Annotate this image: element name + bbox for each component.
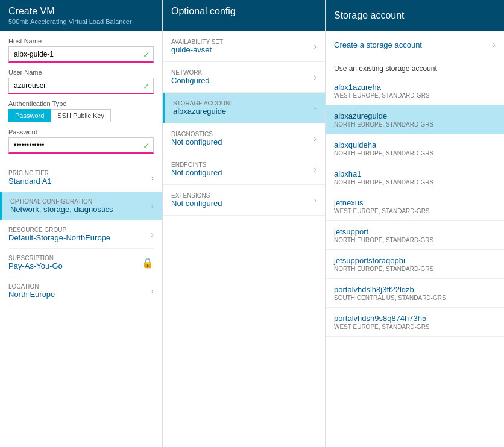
subscription-lock-icon: 🔒 bbox=[142, 257, 154, 269]
password-label: Password bbox=[8, 128, 154, 136]
storage-list-item-albxha1[interactable]: albxha1 NORTH EUROPE, STANDARD-GRS bbox=[326, 163, 504, 192]
optional-config-header: Optional config bbox=[163, 0, 325, 31]
create-storage-account-label: Create a storage account bbox=[334, 40, 422, 49]
location-sublabel: LOCATION bbox=[8, 283, 55, 290]
storage-name-portalvhdsn9s8q874h73h5: portalvhdsn9s8q874h73h5 bbox=[334, 314, 496, 323]
auth-type-group: Authentication Type Password SSH Public … bbox=[8, 100, 154, 122]
config-item-network[interactable]: NETWORK Configured › bbox=[163, 62, 325, 93]
optional-config-chevron-icon: › bbox=[151, 201, 154, 211]
create-vm-header: Create VM 500mb Accelerating Virtual Loa… bbox=[0, 0, 162, 31]
storage-account-label: albxazureguide bbox=[173, 107, 233, 116]
host-name-check-icon: ✓ bbox=[143, 50, 150, 60]
auth-type-label: Authentication Type bbox=[8, 100, 154, 107]
user-name-input[interactable] bbox=[8, 78, 154, 94]
create-vm-panel: Create VM 500mb Accelerating Virtual Loa… bbox=[0, 0, 163, 447]
config-item-endpoints[interactable]: ENDPOINTS Not configured › bbox=[163, 154, 325, 185]
user-name-label: User Name bbox=[8, 69, 154, 76]
storage-list-item-jetsupportstoraqepbi[interactable]: jetsupportstoraqepbi NORTH EUROPE, STAND… bbox=[326, 250, 504, 279]
password-input[interactable] bbox=[8, 137, 154, 154]
diagnostics-sublabel: DIAGNOSTICS bbox=[171, 131, 222, 137]
divider-1 bbox=[8, 160, 154, 160]
auth-ssh-button[interactable]: SSH Public Key bbox=[51, 109, 111, 122]
user-name-check-icon: ✓ bbox=[143, 81, 150, 91]
pricing-tier-label: Standard A1 bbox=[8, 177, 52, 186]
storage-list-item-portalvhdsn9s8q874h73h5[interactable]: portalvhdsn9s8q874h73h5 WEST EUROPE, STA… bbox=[326, 308, 504, 337]
storage-list-item-jetnexus[interactable]: jetnexus WEST EUROPE, STANDARD-GRS bbox=[326, 192, 504, 221]
availability-set-chevron-icon: › bbox=[313, 42, 317, 51]
subscription-label: Pay-As-You-Go bbox=[8, 261, 63, 270]
storage-sub-portalvhdsn9s8q874h73h5: WEST EUROPE, STANDARD-GRS bbox=[334, 324, 496, 330]
create-vm-content: Host Name ✓ User Name ✓ Authentication T… bbox=[0, 31, 162, 447]
storage-name-jetnexus: jetnexus bbox=[334, 198, 496, 207]
create-vm-title: Create VM bbox=[8, 6, 154, 17]
resource-group-sublabel: RESOURCE GROUP bbox=[8, 227, 110, 233]
storage-list-item-jetsupport[interactable]: jetsupport NORTH EUROPE, STANDARD-GRS bbox=[326, 221, 504, 250]
storage-name-albxha1: albxha1 bbox=[334, 169, 496, 178]
network-sublabel: NETWORK bbox=[171, 69, 210, 76]
storage-account-panel: Storage account Create a storage account… bbox=[326, 0, 504, 447]
storage-list-item-albxazureguide[interactable]: albxazureguide NORTH EUROPE, STANDARD-GR… bbox=[326, 105, 504, 134]
storage-sub-albxha1: NORTH EUROPE, STANDARD-GRS bbox=[334, 179, 496, 186]
storage-sub-jetsupportstoraqepbi: NORTH EUROPE, STANDARD-GRS bbox=[334, 266, 496, 272]
availability-set-label: guide-avset bbox=[171, 45, 223, 54]
nav-item-location[interactable]: LOCATION North Europe › bbox=[8, 277, 154, 305]
storage-list-item-albxquideha[interactable]: albxquideha NORTH EUROPE, STANDARD-GRS bbox=[326, 134, 504, 163]
nav-item-pricing-tier[interactable]: PRICING TIER Standard A1 › bbox=[8, 164, 154, 192]
config-item-storage-account[interactable]: STORAGE ACCOUNT albxazureguide › bbox=[163, 93, 325, 123]
location-label: North Europe bbox=[8, 290, 55, 299]
password-group: Password ✓ bbox=[8, 128, 154, 154]
pricing-tier-sublabel: PRICING TIER bbox=[8, 170, 52, 177]
create-storage-chevron-icon: › bbox=[493, 40, 496, 49]
storage-sub-portalvhdslh8j3ff22lqzb: SOUTH CENTRAL US, STANDARD-GRS bbox=[334, 295, 496, 301]
storage-sub-jetnexus: WEST EUROPE, STANDARD-GRS bbox=[334, 208, 496, 214]
storage-name-portalvhdslh8j3ff22lqzb: portalvhdslh8j3ff22lqzb bbox=[334, 285, 496, 294]
diagnostics-label: Not configured bbox=[171, 137, 222, 146]
config-item-availability-set[interactable]: AVAILABILITY SET guide-avset › bbox=[163, 31, 325, 62]
nav-item-resource-group[interactable]: RESOURCE GROUP Default-Storage-NorthEuro… bbox=[8, 220, 154, 249]
pricing-tier-chevron-icon: › bbox=[151, 173, 154, 183]
password-wrap: ✓ bbox=[8, 137, 154, 154]
extensions-chevron-icon: › bbox=[313, 195, 317, 205]
create-vm-subtitle: 500mb Accelerating Virtual Load Balancer bbox=[8, 18, 154, 25]
user-name-wrap: ✓ bbox=[8, 78, 154, 94]
password-check-icon: ✓ bbox=[143, 141, 150, 151]
existing-storage-label: Use an existing storage account bbox=[326, 58, 504, 77]
optional-config-panel: Optional config AVAILABILITY SET guide-a… bbox=[163, 0, 326, 447]
host-name-group: Host Name ✓ bbox=[8, 37, 154, 63]
storage-account-chevron-icon: › bbox=[313, 103, 317, 113]
user-name-group: User Name ✓ bbox=[8, 69, 154, 94]
host-name-input[interactable] bbox=[8, 46, 154, 63]
storage-account-sublabel: STORAGE ACCOUNT bbox=[173, 100, 233, 107]
storage-sub-jetsupport: NORTH EUROPE, STANDARD-GRS bbox=[334, 237, 496, 243]
location-chevron-icon: › bbox=[151, 286, 154, 296]
storage-account-title: Storage account bbox=[334, 10, 405, 21]
optional-config-label: Network, storage, diagnostics bbox=[10, 205, 113, 214]
storage-name-albxazureguide: albxazureguide bbox=[334, 111, 496, 120]
endpoints-label: Not configured bbox=[171, 168, 222, 177]
optional-config-title: Optional config bbox=[171, 6, 236, 16]
storage-name-jetsupport: jetsupport bbox=[334, 227, 496, 236]
diagnostics-chevron-icon: › bbox=[313, 134, 317, 143]
resource-group-chevron-icon: › bbox=[151, 230, 154, 239]
storage-name-albx1azureha: albx1azureha bbox=[334, 83, 496, 92]
network-label: Configured bbox=[171, 76, 210, 85]
auth-type-row: Password SSH Public Key bbox=[8, 109, 154, 122]
extensions-label: Not configured bbox=[171, 199, 222, 208]
host-name-label: Host Name bbox=[8, 37, 154, 45]
subscription-sublabel: SUBSCRIPTION bbox=[8, 255, 63, 261]
storage-sub-albxquideha: NORTH EUROPE, STANDARD-GRS bbox=[334, 150, 496, 157]
auth-password-button[interactable]: Password bbox=[8, 109, 51, 122]
storage-list-item-portalvhdslh8j3ff22lqzb[interactable]: portalvhdslh8j3ff22lqzb SOUTH CENTRAL US… bbox=[326, 279, 504, 308]
storage-account-header: Storage account bbox=[326, 0, 504, 31]
nav-item-subscription: SUBSCRIPTION Pay-As-You-Go 🔒 bbox=[8, 249, 154, 277]
endpoints-sublabel: ENDPOINTS bbox=[171, 161, 222, 168]
storage-list-item-albx1azureha[interactable]: albx1azureha WEST EUROPE, STANDARD-GRS bbox=[326, 77, 504, 105]
storage-sub-albx1azureha: WEST EUROPE, STANDARD-GRS bbox=[334, 92, 496, 99]
storage-name-albxquideha: albxquideha bbox=[334, 140, 496, 149]
availability-set-sublabel: AVAILABILITY SET bbox=[171, 39, 223, 45]
config-item-extensions[interactable]: EXTENSIONS Not configured › bbox=[163, 185, 325, 216]
config-item-diagnostics[interactable]: DIAGNOSTICS Not configured › bbox=[163, 123, 325, 154]
nav-item-optional-config[interactable]: OPTIONAL CONFIGURATION Network, storage,… bbox=[0, 192, 162, 220]
create-storage-account-item[interactable]: Create a storage account › bbox=[326, 31, 504, 58]
storage-name-jetsupportstoraqepbi: jetsupportstoraqepbi bbox=[334, 256, 496, 265]
